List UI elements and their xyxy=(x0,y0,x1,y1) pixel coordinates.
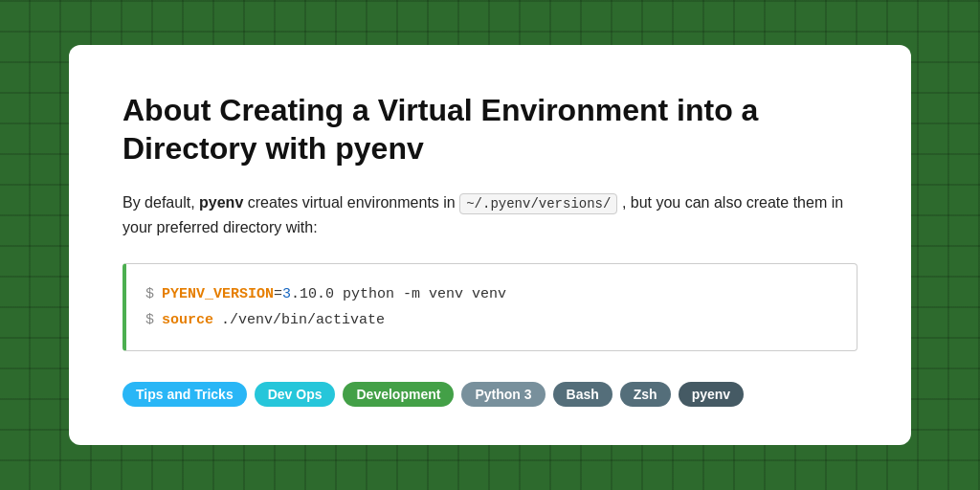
prompt-1: $ xyxy=(145,281,154,307)
cmd-rest-2: ./venv/bin/activate xyxy=(221,307,385,333)
cmd-keyword-2: source xyxy=(162,307,213,333)
article-card: About Creating a Virtual Environment int… xyxy=(69,45,911,444)
tag-pyenv[interactable]: pyenv xyxy=(679,382,744,407)
desc-bold: pyenv xyxy=(199,194,243,211)
cmd-rest-1: .10.0 python -m venv venv xyxy=(291,286,506,302)
brand-label: @DjangoTricks xyxy=(874,169,896,321)
tag-bash[interactable]: Bash xyxy=(553,382,612,407)
desc-part2: creates virtual environments in xyxy=(248,194,459,211)
tag-tips-and-tricks[interactable]: Tips and Tricks xyxy=(122,382,247,407)
inline-code-path: ~/.pyenv/versions/ xyxy=(459,193,617,214)
cmd-1: PYENV_VERSION=3.10.0 python -m venv venv xyxy=(162,281,506,307)
code-line-1: $ PYENV_VERSION=3.10.0 python -m venv ve… xyxy=(145,281,837,307)
cmd-keyword-1: PYENV_VERSION xyxy=(162,286,274,302)
tag-development[interactable]: Development xyxy=(343,382,454,407)
equals-sign: = xyxy=(274,286,282,302)
code-block: $ PYENV_VERSION=3.10.0 python -m venv ve… xyxy=(122,263,858,351)
code-line-2: $ source ./venv/bin/activate xyxy=(145,307,837,333)
cmd-version-num: 3 xyxy=(282,286,291,302)
tag-python3[interactable]: Python 3 xyxy=(461,382,545,407)
tag-dev-ops[interactable]: Dev Ops xyxy=(255,382,336,407)
prompt-2: $ xyxy=(145,307,154,333)
article-description: By default, pyenv creates virtual enviro… xyxy=(122,190,858,239)
desc-part1: By default, xyxy=(122,194,199,211)
article-title: About Creating a Virtual Environment int… xyxy=(122,91,858,167)
tags-container: Tips and Tricks Dev Ops Development Pyth… xyxy=(122,382,858,407)
tag-zsh[interactable]: Zsh xyxy=(620,382,671,407)
